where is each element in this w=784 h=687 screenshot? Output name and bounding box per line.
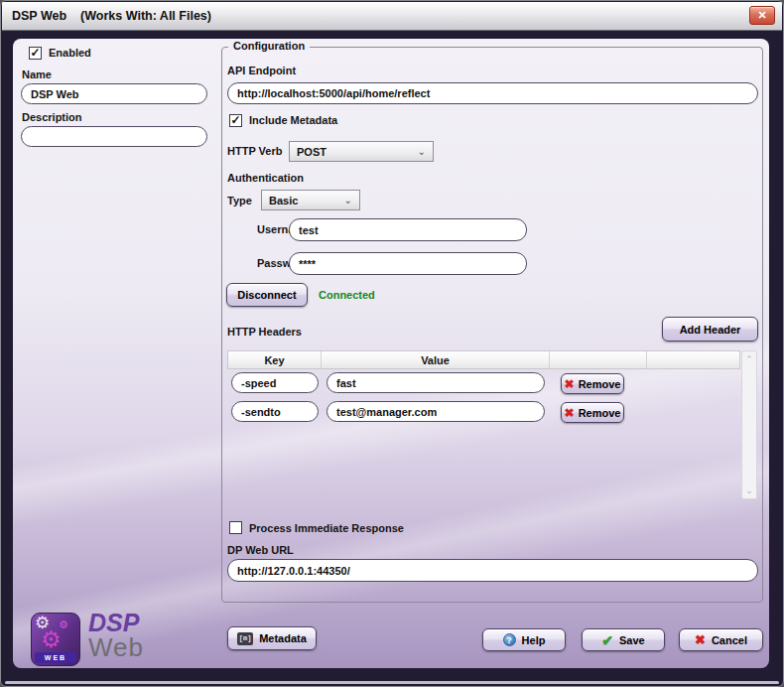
header-key-input[interactable] <box>231 372 319 393</box>
password-input[interactable] <box>289 252 527 275</box>
description-label: Description <box>22 111 82 123</box>
help-icon: ? <box>503 633 516 646</box>
headers-scrollbar[interactable]: ⌃ ⌄ <box>741 350 757 499</box>
remove-x-icon: ✖ <box>565 407 575 419</box>
header-value-input[interactable] <box>327 401 545 422</box>
configuration-legend: Configuration <box>228 40 310 52</box>
window-title: DSP Web <box>12 9 66 23</box>
auth-type-dropdown[interactable]: Basic ⌄ <box>261 190 360 210</box>
window-subtitle: (Works With: All Files) <box>80 9 211 23</box>
window-bottom-bevel <box>5 681 779 684</box>
column-header-extra <box>647 351 739 368</box>
description-input[interactable] <box>21 126 207 147</box>
add-header-label: Add Header <box>680 324 741 336</box>
header-key-input[interactable] <box>231 401 319 422</box>
enabled-label: Enabled <box>49 47 91 59</box>
help-label: Help <box>522 634 546 646</box>
check-icon: ✓ <box>230 114 240 126</box>
name-input[interactable] <box>21 83 207 104</box>
remove-x-icon: ✖ <box>565 378 575 390</box>
include-metadata-checkbox[interactable]: ✓ <box>229 114 242 127</box>
save-label: Save <box>619 634 645 646</box>
auth-type-value: Basic <box>269 195 298 206</box>
dsp-web-logo: ⚙ ⚙ ⚙ WEB <box>31 613 80 666</box>
http-verb-label: HTTP Verb <box>227 145 282 157</box>
close-button[interactable]: ✕ <box>749 6 775 25</box>
process-immediate-checkbox[interactable]: ✓ <box>229 521 242 534</box>
remove-label: Remove <box>579 378 621 390</box>
dialog-body: ✓ Enabled Name Description Configuration… <box>13 39 769 668</box>
remove-header-button[interactable]: ✖ Remove <box>561 373 624 394</box>
metadata-icon: [m] <box>237 632 253 645</box>
authentication-label: Authentication <box>227 172 304 184</box>
api-endpoint-label: API Endpoint <box>227 65 296 76</box>
metadata-button[interactable]: [m] Metadata <box>227 626 317 650</box>
disconnect-label: Disconnect <box>237 289 296 301</box>
column-header-actions <box>550 351 647 368</box>
dialog-window: DSP Web (Works With: All Files) ✕ ✓ Enab… <box>0 0 784 687</box>
help-button[interactable]: ? Help <box>482 628 566 651</box>
enabled-checkbox[interactable]: ✓ <box>29 47 42 60</box>
cancel-x-icon: ✖ <box>695 633 706 646</box>
process-immediate-label: Process Immediate Response <box>249 522 404 534</box>
http-verb-dropdown[interactable]: POST ⌄ <box>289 141 434 162</box>
save-button[interactable]: ✔ Save <box>582 628 665 651</box>
connection-status: Connected <box>319 289 375 301</box>
header-value-input[interactable] <box>327 372 545 393</box>
dp-web-url-input[interactable] <box>227 559 758 582</box>
auth-type-label: Type <box>227 195 252 206</box>
save-check-icon: ✔ <box>601 633 613 647</box>
scroll-up-icon[interactable]: ⌃ <box>742 354 756 364</box>
http-verb-value: POST <box>297 146 327 158</box>
headers-table-header: Key Value <box>227 350 740 369</box>
include-metadata-label: Include Metadata <box>249 114 337 126</box>
remove-header-button[interactable]: ✖ Remove <box>561 402 624 423</box>
username-input[interactable] <box>289 218 527 241</box>
check-icon: ✓ <box>30 47 40 59</box>
metadata-label: Metadata <box>259 632 307 644</box>
disconnect-button[interactable]: Disconnect <box>226 283 308 307</box>
remove-label: Remove <box>579 407 621 419</box>
dp-web-url-label: DP Web URL <box>227 544 294 556</box>
logo-web-text: Web <box>88 634 144 660</box>
title-bar: DSP Web (Works With: All Files) <box>2 2 782 31</box>
name-label: Name <box>22 69 52 80</box>
column-header-value: Value <box>322 351 550 368</box>
close-icon: ✕ <box>757 9 766 22</box>
column-header-key: Key <box>228 351 322 368</box>
logo-web-badge: WEB <box>35 652 76 663</box>
scroll-down-icon[interactable]: ⌄ <box>742 485 756 495</box>
api-endpoint-input[interactable] <box>227 82 758 104</box>
add-header-button[interactable]: Add Header <box>662 317 758 342</box>
http-headers-label: HTTP Headers <box>227 326 302 338</box>
gear-icon: ⚙ <box>41 628 62 651</box>
cancel-button[interactable]: ✖ Cancel <box>679 628 763 651</box>
cancel-label: Cancel <box>712 634 747 646</box>
